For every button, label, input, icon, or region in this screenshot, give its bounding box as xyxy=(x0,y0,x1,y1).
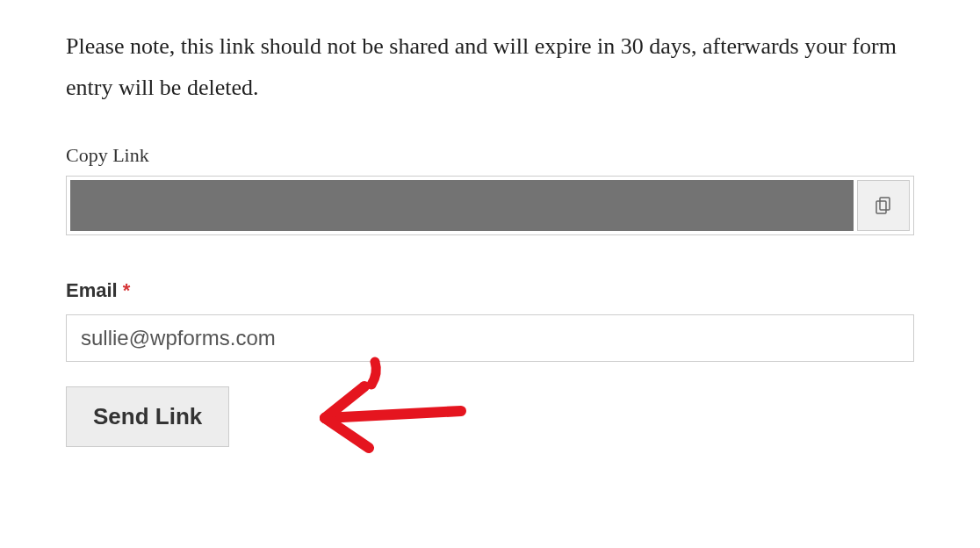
copy-link-container xyxy=(66,176,914,235)
svg-rect-1 xyxy=(876,201,886,213)
required-indicator: * xyxy=(123,279,131,301)
copy-icon xyxy=(873,195,894,216)
email-field[interactable] xyxy=(66,314,914,362)
email-label-text: Email xyxy=(66,279,118,301)
copy-link-label: Copy Link xyxy=(66,144,914,167)
copy-link-input[interactable] xyxy=(70,180,854,231)
notice-text: Please note, this link should not be sha… xyxy=(66,26,914,109)
svg-rect-0 xyxy=(880,198,890,210)
arrow-annotation-icon xyxy=(303,351,566,473)
email-label: Email * xyxy=(66,279,914,302)
copy-button[interactable] xyxy=(857,180,910,231)
send-link-button[interactable]: Send Link xyxy=(66,386,229,447)
